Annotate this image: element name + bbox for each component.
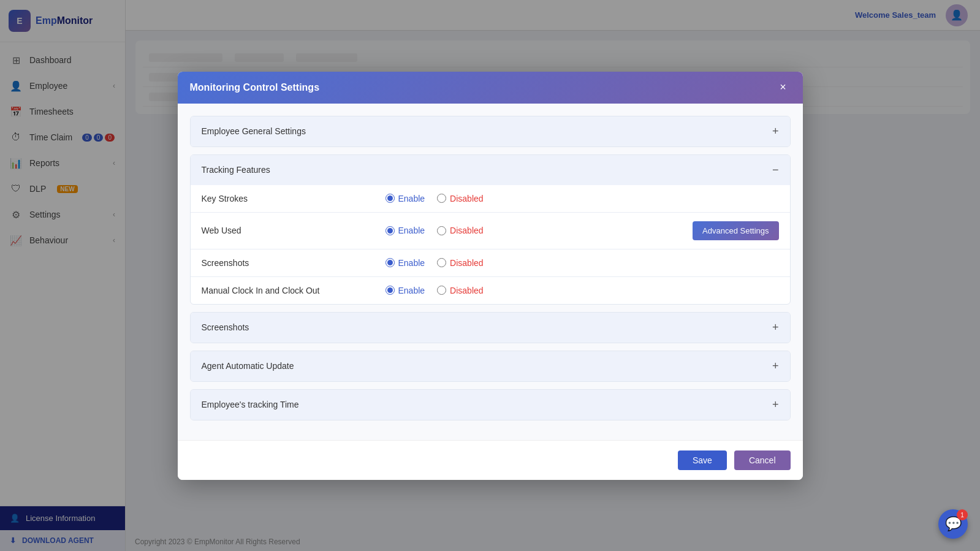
- accordion-label-screenshots: Screenshots: [202, 322, 249, 332]
- keystrokes-enable-radio[interactable]: Enable: [386, 194, 425, 203]
- modal-title: Monitoring Control Settings: [190, 82, 320, 93]
- tracking-row-webused: Web Used Enable Disabled Advanced Settin…: [191, 212, 790, 249]
- webused-enable-label: Enable: [398, 226, 425, 235]
- manual-clock-label: Manual Clock In and Clock Out: [202, 286, 373, 295]
- accordion-employee-general: Employee General Settings +: [190, 116, 791, 147]
- screenshots-enable-radio[interactable]: Enable: [386, 258, 425, 268]
- accordion-label-tracking-time: Employee's tracking Time: [202, 400, 299, 409]
- screenshots-label: Screenshots: [202, 258, 373, 268]
- manual-clock-radio-group: Enable Disabled: [386, 286, 484, 295]
- accordion-screenshots: Screenshots +: [190, 312, 791, 343]
- manual-clock-disabled-radio[interactable]: Disabled: [437, 286, 483, 295]
- accordion-label-tracking-features: Tracking Features: [202, 165, 270, 175]
- webused-disabled-radio[interactable]: Disabled: [437, 226, 483, 235]
- webused-disabled-label: Disabled: [450, 226, 483, 235]
- accordion-label-agent-update: Agent Automatic Update: [202, 361, 294, 371]
- toggle-plus-tracking-time: +: [772, 398, 779, 411]
- accordion-header-tracking-features[interactable]: Tracking Features −: [191, 155, 790, 185]
- tracking-row-screenshots: Screenshots Enable Disabled: [191, 249, 790, 276]
- toggle-minus-tracking: −: [772, 164, 779, 177]
- modal-close-button[interactable]: ×: [776, 80, 791, 95]
- screenshots-enable-input[interactable]: [386, 258, 395, 267]
- manual-clock-disabled-label: Disabled: [450, 286, 483, 295]
- tracking-features-content: Key Strokes Enable Disabled We: [191, 185, 790, 304]
- webused-radio-group: Enable Disabled: [386, 226, 484, 235]
- chat-button[interactable]: 💬 1: [938, 509, 968, 539]
- modal-body: Employee General Settings + Tracking Fea…: [178, 104, 803, 440]
- accordion-tracking-time: Employee's tracking Time +: [190, 389, 791, 420]
- accordion-header-tracking-time[interactable]: Employee's tracking Time +: [191, 390, 790, 420]
- keystrokes-enable-label: Enable: [398, 194, 425, 203]
- accordion-label-employee-general: Employee General Settings: [202, 126, 306, 136]
- accordion-header-employee-general[interactable]: Employee General Settings +: [191, 116, 790, 146]
- manual-clock-enable-input[interactable]: [386, 286, 395, 295]
- accordion-header-screenshots[interactable]: Screenshots +: [191, 313, 790, 343]
- screenshots-disabled-input[interactable]: [437, 258, 446, 267]
- toggle-plus-agent-update: +: [772, 360, 779, 373]
- webused-enable-input[interactable]: [386, 226, 395, 235]
- manual-clock-enable-label: Enable: [398, 286, 425, 295]
- keystrokes-disabled-radio[interactable]: Disabled: [437, 194, 483, 203]
- keystrokes-disabled-label: Disabled: [450, 194, 483, 203]
- accordion-tracking-features: Tracking Features − Key Strokes Enable D…: [190, 154, 791, 305]
- modal-header: Monitoring Control Settings ×: [178, 72, 803, 104]
- save-button[interactable]: Save: [678, 450, 727, 470]
- webused-enable-radio[interactable]: Enable: [386, 226, 425, 235]
- manual-clock-enable-radio[interactable]: Enable: [386, 286, 425, 295]
- screenshots-radio-group: Enable Disabled: [386, 258, 484, 268]
- webused-disabled-input[interactable]: [437, 226, 446, 235]
- advanced-settings-button[interactable]: Advanced Settings: [693, 221, 778, 240]
- tracking-row-keystrokes: Key Strokes Enable Disabled: [191, 185, 790, 212]
- screenshots-disabled-label: Disabled: [450, 258, 483, 268]
- keystrokes-disabled-input[interactable]: [437, 194, 446, 203]
- cancel-button[interactable]: Cancel: [734, 450, 791, 470]
- tracking-row-manual-clock: Manual Clock In and Clock Out Enable Dis…: [191, 276, 790, 304]
- keystrokes-label: Key Strokes: [202, 194, 373, 203]
- modal-footer: Save Cancel: [178, 440, 803, 480]
- accordion-agent-update: Agent Automatic Update +: [190, 351, 791, 382]
- webused-label: Web Used: [202, 226, 373, 235]
- screenshots-disabled-radio[interactable]: Disabled: [437, 258, 483, 268]
- screenshots-enable-label: Enable: [398, 258, 425, 268]
- chat-badge: 1: [957, 509, 968, 520]
- toggle-plus-screenshots: +: [772, 321, 779, 334]
- monitoring-control-modal: Monitoring Control Settings × Employee G…: [178, 72, 803, 480]
- keystrokes-radio-group: Enable Disabled: [386, 194, 484, 203]
- manual-clock-disabled-input[interactable]: [437, 286, 446, 295]
- keystrokes-enable-input[interactable]: [386, 194, 395, 203]
- toggle-plus-employee-general: +: [772, 125, 779, 138]
- accordion-header-agent-update[interactable]: Agent Automatic Update +: [191, 351, 790, 381]
